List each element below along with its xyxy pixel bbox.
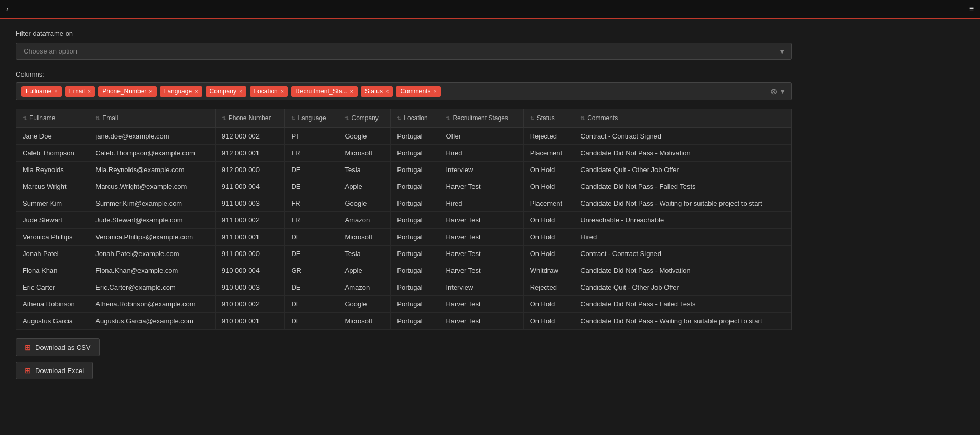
table-column-header[interactable]: ⇅Phone Number bbox=[215, 109, 285, 128]
download-csv-label: Download as CSV bbox=[35, 344, 91, 352]
table-cell: Tesla bbox=[338, 246, 391, 262]
column-header-label: Comments bbox=[587, 114, 618, 122]
sort-icon: ⇅ bbox=[95, 115, 100, 121]
table-cell: Placement bbox=[523, 145, 574, 162]
table-cell: Apple bbox=[338, 262, 391, 279]
download-excel-button[interactable]: ⊞ Download Excel bbox=[16, 362, 93, 379]
table-cell: DE bbox=[285, 313, 338, 330]
table-cell: Jude Stewart bbox=[16, 212, 89, 229]
table-cell: 911 000 000 bbox=[215, 246, 285, 262]
table-cell: DE bbox=[285, 279, 338, 296]
download-section: ⊞ Download as CSV ⊞ Download Excel bbox=[16, 338, 173, 379]
table-cell: Interview bbox=[439, 162, 523, 178]
filter-select-wrapper: Choose an option ▼ bbox=[16, 43, 792, 60]
table-cell: Portugal bbox=[391, 313, 439, 330]
table-body: Jane Doejane.doe@example.com912 000 002P… bbox=[16, 128, 791, 330]
table-cell: Candidate Did Not Pass - Motivation bbox=[574, 145, 791, 162]
table-cell: Harver Test bbox=[439, 246, 523, 262]
table-cell: Candidate Quit - Other Job Offer bbox=[574, 162, 791, 178]
table-column-header[interactable]: ⇅Language bbox=[285, 109, 338, 128]
expand-sidebar-icon[interactable]: › bbox=[6, 5, 9, 13]
sort-icon: ⇅ bbox=[580, 115, 585, 121]
data-table-wrapper: ⇅Fullname⇅Email⇅Phone Number⇅Language⇅Co… bbox=[16, 109, 792, 330]
table-column-header[interactable]: ⇅Comments bbox=[574, 109, 791, 128]
table-cell: Summer Kim bbox=[16, 195, 89, 212]
table-cell: 911 000 004 bbox=[215, 178, 285, 195]
table-cell: Mia Reynolds bbox=[16, 162, 89, 178]
column-tag: Company× bbox=[206, 86, 247, 97]
filter-select[interactable]: Choose an option bbox=[16, 43, 792, 60]
column-tag-label: Recruitment_Sta... bbox=[295, 88, 347, 95]
column-header-label: Status bbox=[537, 114, 555, 122]
column-tag-label: Phone_Number bbox=[102, 88, 146, 95]
table-cell: Fiona.Khan@example.com bbox=[89, 262, 215, 279]
column-tag-remove-icon[interactable]: × bbox=[195, 88, 198, 94]
column-tag: Phone_Number× bbox=[98, 86, 157, 97]
table-cell: Google bbox=[338, 128, 391, 145]
table-column-header[interactable]: ⇅Location bbox=[391, 109, 439, 128]
table-row: Jonah PatelJonah.Patel@example.com911 00… bbox=[16, 246, 791, 262]
table-cell: FR bbox=[285, 212, 338, 229]
table-row: Jane Doejane.doe@example.com912 000 002P… bbox=[16, 128, 791, 145]
sort-icon: ⇅ bbox=[222, 115, 226, 121]
columns-label: Columns: bbox=[16, 70, 964, 78]
table-cell: 912 000 002 bbox=[215, 128, 285, 145]
table-cell: Caleb.Thompson@example.com bbox=[89, 145, 215, 162]
table-cell: Amazon bbox=[338, 279, 391, 296]
table-cell: Portugal bbox=[391, 145, 439, 162]
table-row: Athena RobinsonAthena.Robinson@example.c… bbox=[16, 296, 791, 313]
table-cell: Jude.Stewart@example.com bbox=[89, 212, 215, 229]
column-tag-remove-icon[interactable]: × bbox=[385, 88, 389, 94]
column-tag-remove-icon[interactable]: × bbox=[149, 88, 152, 94]
column-tag-label: Language bbox=[164, 88, 192, 95]
table-cell: Tesla bbox=[338, 162, 391, 178]
column-tag: Location× bbox=[250, 86, 288, 97]
table-cell: Portugal bbox=[391, 279, 439, 296]
table-cell: Harver Test bbox=[439, 229, 523, 246]
column-tag-label: Comments bbox=[400, 88, 430, 95]
column-header-label: Recruitment Stages bbox=[453, 114, 508, 122]
column-tag-remove-icon[interactable]: × bbox=[54, 88, 57, 94]
table-cell: Portugal bbox=[391, 296, 439, 313]
table-cell: Candidate Did Not Pass - Motivation bbox=[574, 262, 791, 279]
table-cell: Candidate Did Not Pass - Waiting for sui… bbox=[574, 195, 791, 212]
table-cell: 911 000 003 bbox=[215, 195, 285, 212]
columns-clear-button[interactable]: ⊗ ▼ bbox=[770, 87, 786, 97]
column-header-label: Fullname bbox=[29, 114, 55, 122]
table-cell: Eric Carter bbox=[16, 279, 89, 296]
column-header-label: Company bbox=[351, 114, 378, 122]
column-tag-remove-icon[interactable]: × bbox=[88, 88, 91, 94]
column-tag-remove-icon[interactable]: × bbox=[433, 88, 436, 94]
table-row: Fiona KhanFiona.Khan@example.com910 000 … bbox=[16, 262, 791, 279]
columns-tags-container: Fullname×Email×Phone_Number×Language×Com… bbox=[16, 82, 792, 100]
table-cell: Hired bbox=[439, 145, 523, 162]
table-cell: Placement bbox=[523, 195, 574, 212]
table-cell: PT bbox=[285, 128, 338, 145]
table-cell: Portugal bbox=[391, 262, 439, 279]
table-column-header[interactable]: ⇅Recruitment Stages bbox=[439, 109, 523, 128]
filter-label: Filter dataframe on bbox=[16, 29, 964, 37]
column-tag-remove-icon[interactable]: × bbox=[350, 88, 353, 94]
table-cell: Augustus Garcia bbox=[16, 313, 89, 330]
table-column-header[interactable]: ⇅Status bbox=[523, 109, 574, 128]
table-column-header[interactable]: ⇅Company bbox=[338, 109, 391, 128]
column-tag-remove-icon[interactable]: × bbox=[281, 88, 284, 94]
table-cell: Harver Test bbox=[439, 296, 523, 313]
table-cell: Jonah Patel bbox=[16, 246, 89, 262]
table-cell: Apple bbox=[338, 178, 391, 195]
table-cell: Portugal bbox=[391, 246, 439, 262]
column-header-label: Phone Number bbox=[229, 114, 271, 122]
table-cell: DE bbox=[285, 229, 338, 246]
table-cell: On Hold bbox=[523, 162, 574, 178]
table-cell: Portugal bbox=[391, 178, 439, 195]
hamburger-menu-icon[interactable]: ≡ bbox=[969, 4, 974, 14]
column-tag: Fullname× bbox=[21, 86, 62, 97]
table-column-header[interactable]: ⇅Email bbox=[89, 109, 215, 128]
table-header: ⇅Fullname⇅Email⇅Phone Number⇅Language⇅Co… bbox=[16, 109, 791, 128]
table-cell: Summer.Kim@example.com bbox=[89, 195, 215, 212]
table-column-header[interactable]: ⇅Fullname bbox=[16, 109, 89, 128]
column-tag-remove-icon[interactable]: × bbox=[239, 88, 242, 94]
column-tag-label: Location bbox=[254, 88, 277, 95]
table-cell: Microsoft bbox=[338, 229, 391, 246]
download-csv-button[interactable]: ⊞ Download as CSV bbox=[16, 338, 100, 356]
